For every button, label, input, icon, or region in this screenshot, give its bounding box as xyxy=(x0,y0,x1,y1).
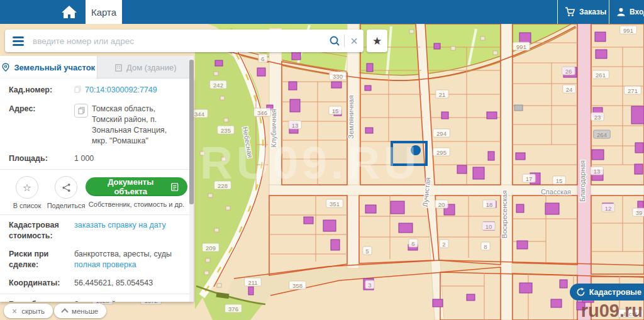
home-icon xyxy=(61,5,77,19)
svg-text:6: 6 xyxy=(261,55,264,62)
orders-button[interactable]: Заказы xyxy=(565,0,606,24)
parcel-label: 211 xyxy=(245,278,262,286)
field-cad-cost: Кадастровая стоимость: заказать справку … xyxy=(0,216,194,245)
svg-text:991: 991 xyxy=(516,43,526,50)
field-cad-number: Кад.номер: 70:14:0300092:7749 xyxy=(0,79,194,100)
pin-icon xyxy=(1,63,10,72)
parcel-label: 330 xyxy=(330,72,347,80)
parcel-label: 294 xyxy=(433,129,450,137)
small-building xyxy=(409,30,414,33)
svg-text:26: 26 xyxy=(565,68,572,75)
building xyxy=(248,287,253,295)
building xyxy=(365,128,373,133)
parcel-label: 8 xyxy=(481,242,490,250)
svg-text:264: 264 xyxy=(597,131,607,138)
field-address: Адрес: Томская область, Томский район, п… xyxy=(0,100,194,150)
address-label: Адрес: xyxy=(9,104,74,146)
building xyxy=(592,150,604,160)
cadastral-layers-button[interactable]: Кадастровые xyxy=(570,284,644,301)
parcel-label: 20 xyxy=(435,200,448,208)
copy-icon[interactable] xyxy=(74,86,81,96)
svg-text:17: 17 xyxy=(526,175,533,182)
building xyxy=(635,164,643,174)
tab-land-parcel-label: Земельный участок xyxy=(14,63,95,72)
building xyxy=(487,112,497,119)
divider xyxy=(0,294,194,294)
less-label: меньше xyxy=(72,307,98,315)
svg-text:13: 13 xyxy=(594,168,601,175)
tab-land-parcel[interactable]: Земельный участок xyxy=(0,56,97,79)
building-icon xyxy=(114,63,123,72)
tab-building[interactable]: Дом (здание) xyxy=(97,56,194,79)
top-navigation: Карта Заказы Вход xyxy=(0,0,644,24)
parcel-label: 18 xyxy=(483,200,496,208)
search-bar: × xyxy=(5,30,364,52)
area-value: 1 000 xyxy=(74,153,94,164)
full-check-link[interactable]: полная проверка xyxy=(74,260,136,269)
street-label: Спасская xyxy=(541,188,571,196)
svg-text:20: 20 xyxy=(438,201,445,208)
svg-text:2: 2 xyxy=(442,241,445,248)
star-outline-icon: ☆ xyxy=(23,182,31,194)
building xyxy=(290,99,300,112)
parcel-label: 17 xyxy=(523,174,535,182)
svg-text:3: 3 xyxy=(368,282,371,289)
search-icon[interactable] xyxy=(325,30,344,52)
copy-address-button[interactable] xyxy=(74,104,88,118)
menu-icon[interactable] xyxy=(13,36,24,46)
share-button[interactable] xyxy=(55,176,77,199)
cad-number-link[interactable]: 70:14:0300092:7749 xyxy=(85,85,157,96)
svg-text:15: 15 xyxy=(556,177,563,184)
building xyxy=(517,241,528,249)
svg-text:12: 12 xyxy=(605,205,612,212)
building xyxy=(391,201,404,214)
scrollbar-thumb[interactable] xyxy=(189,60,194,204)
add-to-list-button[interactable]: ☆ xyxy=(16,176,38,199)
svg-text:13: 13 xyxy=(292,122,299,129)
field-object-type: Вид объекта недвижимости Земельный участ… xyxy=(0,295,194,302)
small-building xyxy=(480,36,485,40)
field-area: Площадь: 1 000 xyxy=(0,150,194,168)
area-label: Площадь: xyxy=(9,153,74,164)
add-to-list-label: В список xyxy=(8,202,47,209)
object-type-label: Вид объекта недвижимости xyxy=(9,299,74,302)
svg-text:376: 376 xyxy=(228,306,238,312)
collapse-panel-button[interactable]: меньше xyxy=(54,304,106,318)
parcel-label: 23 xyxy=(591,113,604,121)
clear-search-icon[interactable]: × xyxy=(345,30,364,52)
tab-building-label: Дом (здание) xyxy=(126,63,177,72)
parcel-label: 13 xyxy=(591,167,603,175)
favorites-button[interactable]: ★ xyxy=(367,30,387,52)
building xyxy=(631,106,644,124)
hide-panel-button[interactable]: × скрыть xyxy=(4,304,53,318)
search-input[interactable] xyxy=(31,36,325,47)
tab-map[interactable]: Карта xyxy=(86,0,122,24)
svg-text:23: 23 xyxy=(594,114,601,121)
object-type-value: Земельный участок xyxy=(74,299,146,302)
small-building xyxy=(217,284,221,287)
separator xyxy=(557,0,558,24)
svg-text:351: 351 xyxy=(330,201,340,207)
building xyxy=(399,223,413,233)
small-building xyxy=(204,271,209,275)
order-certificate-link[interactable]: заказать справку на дату xyxy=(74,220,166,231)
small-building xyxy=(214,228,219,232)
svg-text:344: 344 xyxy=(194,111,204,118)
building xyxy=(516,204,524,212)
divider xyxy=(0,169,194,170)
home-button[interactable] xyxy=(53,0,86,24)
svg-text:271: 271 xyxy=(628,87,638,94)
parcel-label: 991 xyxy=(513,42,530,50)
building xyxy=(519,283,532,293)
parcel-label: 15 xyxy=(553,176,565,184)
panel-body: Кад.номер: 70:14:0300092:7749 Адрес: Том… xyxy=(0,79,194,302)
svg-text:991: 991 xyxy=(623,27,633,34)
coordinates-label: Координаты: xyxy=(9,278,74,289)
field-risks: Риски при сделке: банкротства, аресты, с… xyxy=(0,245,194,274)
login-button[interactable]: Вход xyxy=(616,0,644,24)
cad-cost-label: Кадастровая стоимость: xyxy=(9,220,74,241)
parcel-label: 26 xyxy=(562,67,575,75)
street-label: Воскресенская xyxy=(501,190,508,238)
parcel-label: 3 xyxy=(365,280,374,289)
object-documents-button[interactable]: Документы объекта xyxy=(86,177,187,196)
